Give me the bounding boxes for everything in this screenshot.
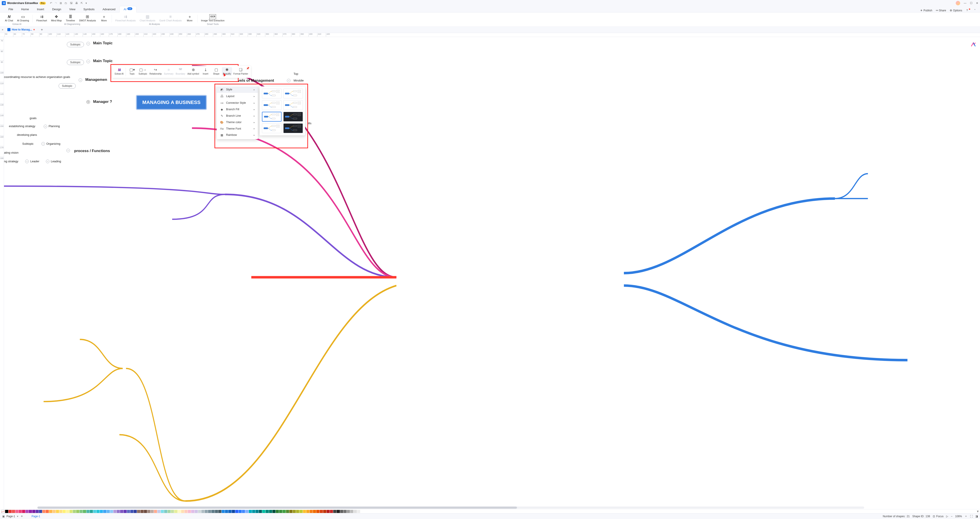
pages-icon[interactable]: ▣ xyxy=(2,515,5,518)
color-swatch[interactable] xyxy=(5,510,8,513)
menu-item-connector[interactable]: ⊶Connector Style▸ xyxy=(217,100,258,106)
color-swatch[interactable] xyxy=(164,510,167,513)
subtopic-button[interactable]: ▢→Subtopic xyxy=(138,67,148,76)
timeline-button[interactable]: ≣Timeline xyxy=(64,14,76,22)
color-swatch[interactable] xyxy=(76,510,79,513)
menu-item-style[interactable]: ◩Style▸ xyxy=(217,86,258,93)
zoom-out-button[interactable]: − xyxy=(951,515,952,518)
topic-subtopic-d[interactable]: Subtopic xyxy=(22,142,33,145)
page-link[interactable]: Page-1 xyxy=(32,515,40,518)
open-icon[interactable]: 🗀 xyxy=(65,2,67,5)
color-swatch[interactable] xyxy=(323,510,326,513)
central-topic[interactable]: MANAGING A BUSINESS xyxy=(137,95,206,110)
color-swatch[interactable] xyxy=(19,510,22,513)
topic-middle[interactable]: Minddle xyxy=(294,79,304,82)
collapse-icon[interactable]: − xyxy=(287,79,290,83)
undo-icon[interactable]: ↶ xyxy=(50,2,52,5)
tab-insert[interactable]: Insert xyxy=(33,6,48,12)
color-swatch[interactable] xyxy=(120,510,123,513)
color-swatch[interactable] xyxy=(262,510,265,513)
panel-toggle-button[interactable]: ◨ xyxy=(975,515,978,518)
ai-chat-button[interactable]: 𝙉AI Chat xyxy=(3,14,14,22)
ai-drawing-button[interactable]: ▭AI Drawing xyxy=(16,14,30,22)
color-swatch[interactable] xyxy=(306,510,309,513)
color-swatch[interactable] xyxy=(147,510,150,513)
topic-planning[interactable]: Planning xyxy=(49,124,60,128)
style-thumbnail[interactable] xyxy=(283,112,303,122)
tab-design[interactable]: Design xyxy=(48,6,65,12)
tab-home[interactable]: Home xyxy=(17,6,33,12)
add-page-button[interactable]: ＋ xyxy=(20,514,24,519)
color-swatch[interactable] xyxy=(282,510,286,513)
color-swatch[interactable] xyxy=(222,510,225,513)
style-thumbnail[interactable] xyxy=(262,100,282,110)
tab-file[interactable]: File xyxy=(5,6,17,12)
color-swatch[interactable] xyxy=(15,510,19,513)
color-swatch[interactable] xyxy=(29,510,32,513)
add-symbol-button[interactable]: ⊕Add symbol xyxy=(187,67,200,76)
color-swatch[interactable] xyxy=(228,510,231,513)
color-swatch[interactable] xyxy=(110,510,113,513)
collapse-icon[interactable]: − xyxy=(25,160,29,163)
color-swatch[interactable] xyxy=(279,510,282,513)
topic-coord[interactable]: coordinating resourse to achieve organiz… xyxy=(4,75,70,79)
color-swatch[interactable] xyxy=(12,510,15,513)
fit-page-button[interactable]: ⛶ xyxy=(970,515,973,518)
tab-view[interactable]: View xyxy=(65,6,80,12)
color-swatch[interactable] xyxy=(22,510,25,513)
color-swatch[interactable] xyxy=(103,510,106,513)
color-swatch[interactable] xyxy=(134,510,137,513)
color-swatch[interactable] xyxy=(347,510,350,513)
mindmap-button[interactable]: ❖Mind Map xyxy=(50,14,63,22)
new-tab-button[interactable]: ＋ xyxy=(40,27,44,32)
style-thumbnail[interactable] xyxy=(262,123,282,133)
color-swatch[interactable] xyxy=(59,510,62,513)
no-fill-swatch[interactable] xyxy=(2,510,5,513)
color-swatch[interactable] xyxy=(360,510,363,513)
color-swatch[interactable] xyxy=(293,510,296,513)
style-thumbnail[interactable] xyxy=(283,89,303,98)
color-swatch[interactable] xyxy=(107,510,110,513)
style-thumbnail[interactable] xyxy=(283,123,303,133)
palette-dropdown-icon[interactable]: ▾ xyxy=(977,509,978,513)
subtopic-box-a[interactable]: Subtopic xyxy=(67,42,84,47)
help-icon[interactable]: ？ xyxy=(966,8,970,12)
style-thumbnail[interactable] xyxy=(283,100,303,110)
close-icon[interactable]: ✕ xyxy=(976,2,978,5)
topic-organizing[interactable]: Organizing xyxy=(46,142,60,145)
menu-item-theme-color[interactable]: 🎨Theme color▸ xyxy=(217,119,258,125)
color-swatch[interactable] xyxy=(151,510,154,513)
print-icon[interactable]: 🖶 xyxy=(75,2,78,5)
color-swatch[interactable] xyxy=(80,510,83,513)
topic-leading[interactable]: Leading xyxy=(51,160,61,163)
color-swatch[interactable] xyxy=(296,510,299,513)
collapse-icon[interactable]: − xyxy=(79,78,82,82)
qat-dropdown-icon[interactable]: ▾ xyxy=(86,2,87,5)
color-swatch[interactable] xyxy=(316,510,320,513)
color-swatch[interactable] xyxy=(52,510,56,513)
color-swatch[interactable] xyxy=(272,510,275,513)
color-swatch[interactable] xyxy=(100,510,103,513)
more-analysis-button[interactable]: ＋More xyxy=(185,14,195,22)
color-swatch[interactable] xyxy=(201,510,204,513)
topic-leader[interactable]: Leader xyxy=(30,160,39,163)
subtopic-box-c[interactable]: Subtopic xyxy=(59,83,76,89)
redo-icon[interactable]: ↷ xyxy=(55,2,57,5)
canvas[interactable]: MANAGING A BUSINESS Main Topic Subtopic … xyxy=(4,37,980,509)
topic-ng-strategy[interactable]: ng strategy xyxy=(4,160,18,163)
topic-levels[interactable]: vels of Management xyxy=(238,78,274,83)
relationship-button[interactable]: ↪Relationship xyxy=(148,67,162,76)
options-button[interactable]: ⚙ Options xyxy=(950,9,962,12)
color-swatch[interactable] xyxy=(276,510,279,513)
collapse-icon[interactable]: − xyxy=(46,160,49,163)
color-swatch[interactable] xyxy=(188,510,191,513)
color-swatch[interactable] xyxy=(326,510,329,513)
color-swatch[interactable] xyxy=(171,510,174,513)
menu-item-layout[interactable]: 品Layout▸ xyxy=(217,93,258,100)
ocr-button[interactable]: OCRImage Text Extraction xyxy=(200,14,226,22)
color-swatch[interactable] xyxy=(218,510,221,513)
color-swatch[interactable] xyxy=(144,510,147,513)
minimize-icon[interactable]: ― xyxy=(964,2,966,5)
color-swatch[interactable] xyxy=(350,510,353,513)
shape-button[interactable]: ▢Shape xyxy=(211,67,221,76)
